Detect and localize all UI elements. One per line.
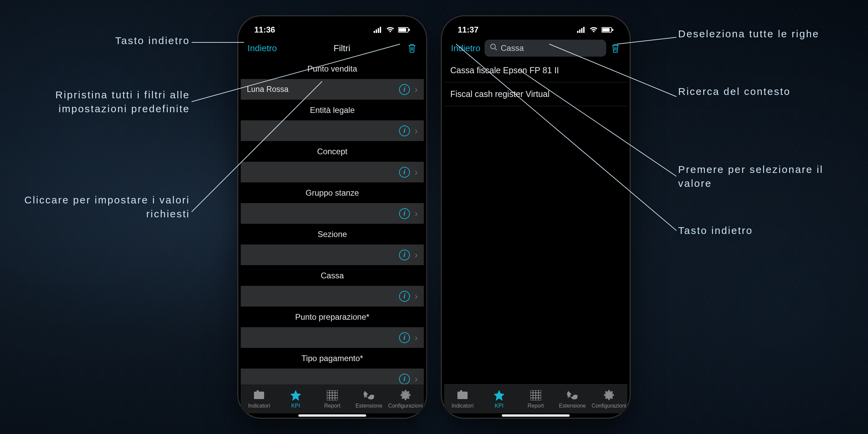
filter-row[interactable]: i› xyxy=(241,162,424,183)
info-icon[interactable]: i xyxy=(399,291,410,302)
tab-icon xyxy=(290,389,301,401)
nav-bar: Indietro Filtri xyxy=(241,38,424,59)
list-item[interactable]: Fiscal cash register Virtual xyxy=(444,82,627,106)
info-icon[interactable]: i xyxy=(399,374,410,384)
tab-label: KPI xyxy=(291,403,300,409)
callout-deselect-rows: Deseleziona tutte le righe xyxy=(678,27,820,41)
filter-section-header: Tipo pagamento* xyxy=(241,348,424,369)
chevron-right-icon: › xyxy=(415,84,418,95)
tab-label: Report xyxy=(324,403,340,409)
status-bar: 11:36 xyxy=(241,22,424,38)
callout-reset-filters: Ripristina tutti i filtri alle impostazi… xyxy=(20,88,190,116)
back-button[interactable]: Indietro xyxy=(248,43,277,54)
tab-indicatori[interactable]: Indicatori xyxy=(241,384,277,413)
callout-back-right: Tasto indietro xyxy=(678,224,753,238)
chevron-right-icon: › xyxy=(415,374,418,384)
filter-row[interactable]: Luna Rossai› xyxy=(241,79,424,100)
status-icons xyxy=(374,27,410,33)
tab-label: Indicatori xyxy=(248,403,270,409)
chevron-right-icon: › xyxy=(415,291,418,302)
tab-indicatori[interactable]: Indicatori xyxy=(444,384,481,413)
info-icon[interactable]: i xyxy=(399,167,410,178)
filter-row[interactable]: i› xyxy=(241,327,424,348)
callout-select-value: Premere per selezionare il valore xyxy=(678,163,848,190)
filters-list[interactable]: Punto venditaLuna Rossai›Entità legalei›… xyxy=(241,59,424,385)
chevron-right-icon: › xyxy=(415,208,418,219)
filter-section-header: Punto vendita xyxy=(241,59,424,79)
filter-row[interactable]: i› xyxy=(241,120,424,141)
callout-set-values: Cliccare per impostare i valori richiest… xyxy=(20,193,190,221)
info-icon[interactable]: i xyxy=(399,332,410,343)
home-indicator xyxy=(502,414,570,417)
svg-point-11 xyxy=(370,395,374,397)
tab-report[interactable]: Report xyxy=(314,384,351,413)
tab-report[interactable]: Report xyxy=(517,384,554,413)
tab-icon xyxy=(400,389,411,401)
callout-back-left: Tasto indietro xyxy=(115,34,190,48)
tab-label: Estensione xyxy=(559,403,586,409)
chevron-right-icon: › xyxy=(415,125,418,136)
svg-point-24 xyxy=(573,395,578,397)
info-icon[interactable]: i xyxy=(399,84,410,95)
back-button[interactable]: Indietro xyxy=(451,43,480,54)
filter-section-header: Concept xyxy=(241,141,424,162)
filter-row[interactable]: i› xyxy=(241,244,424,265)
svg-rect-15 xyxy=(583,27,585,33)
tab-configurazioni[interactable]: Configurazioni xyxy=(591,384,627,413)
filter-value: Luna Rossa xyxy=(247,85,394,94)
svg-rect-20 xyxy=(457,392,468,399)
callouts-left: Tasto indietro Ripristina tutti i filtri… xyxy=(20,0,190,434)
filter-row[interactable]: i› xyxy=(241,203,424,224)
search-text: Cassa xyxy=(501,43,524,53)
svg-rect-7 xyxy=(254,392,264,399)
tab-estensione[interactable]: Estensione xyxy=(554,384,591,413)
trash-icon[interactable] xyxy=(610,43,620,53)
chevron-right-icon: › xyxy=(415,250,418,260)
filter-section-header: Cassa xyxy=(241,265,424,286)
phone-filters: 11:36 Indietro Filtri Punto venditaLuna … xyxy=(237,15,427,419)
chevron-right-icon: › xyxy=(415,332,418,343)
tab-configurazioni[interactable]: Configurazioni xyxy=(387,384,424,413)
tab-label: Estensione xyxy=(355,403,382,409)
info-icon[interactable]: i xyxy=(399,125,410,136)
callout-context-search: Ricerca del contesto xyxy=(678,85,791,99)
filter-section-header: Sezione xyxy=(241,224,424,244)
info-icon[interactable]: i xyxy=(399,208,410,219)
tab-estensione[interactable]: Estensione xyxy=(351,384,387,413)
nav-bar: Indietro Cassa xyxy=(444,38,627,59)
svg-rect-6 xyxy=(409,29,410,31)
tab-kpi[interactable]: KPI xyxy=(277,384,314,413)
tab-kpi[interactable]: KPI xyxy=(481,384,517,413)
tab-label: Configurazioni xyxy=(388,403,423,409)
tab-icon xyxy=(327,389,338,401)
svg-rect-0 xyxy=(374,31,375,33)
tab-icon xyxy=(363,389,375,401)
cassa-list[interactable]: Cassa fiscale Epson FP 81 IIFiscal cash … xyxy=(444,59,627,385)
svg-point-19 xyxy=(491,44,495,49)
info-icon[interactable]: i xyxy=(399,250,410,260)
cellular-icon xyxy=(374,27,382,33)
cellular-icon xyxy=(577,27,586,33)
tab-icon xyxy=(253,389,265,401)
search-icon xyxy=(490,43,497,53)
status-time: 11:37 xyxy=(458,25,478,35)
tab-label: Report xyxy=(528,403,544,409)
trash-icon[interactable] xyxy=(407,43,417,53)
wifi-icon xyxy=(386,27,395,33)
search-input[interactable]: Cassa xyxy=(485,40,606,57)
phone-cassa-list: 11:37 Indietro Cassa xyxy=(441,15,631,419)
tab-icon xyxy=(566,389,578,401)
filter-row[interactable]: i› xyxy=(241,286,424,307)
status-bar: 11:37 xyxy=(444,22,627,38)
filter-section-header: Gruppo stanze xyxy=(241,183,424,203)
tab-label: KPI xyxy=(495,403,504,409)
filter-section-header: Entità legale xyxy=(241,100,424,120)
svg-rect-18 xyxy=(612,29,613,31)
tab-label: Configurazioni xyxy=(592,403,626,409)
list-item[interactable]: Cassa fiscale Epson FP 81 II xyxy=(444,59,627,82)
filter-row[interactable]: i› xyxy=(241,369,424,385)
svg-rect-2 xyxy=(378,28,379,33)
tab-bar: IndicatoriKPIReportEstensioneConfigurazi… xyxy=(444,384,627,413)
svg-rect-13 xyxy=(579,29,580,33)
svg-rect-21 xyxy=(460,390,462,392)
